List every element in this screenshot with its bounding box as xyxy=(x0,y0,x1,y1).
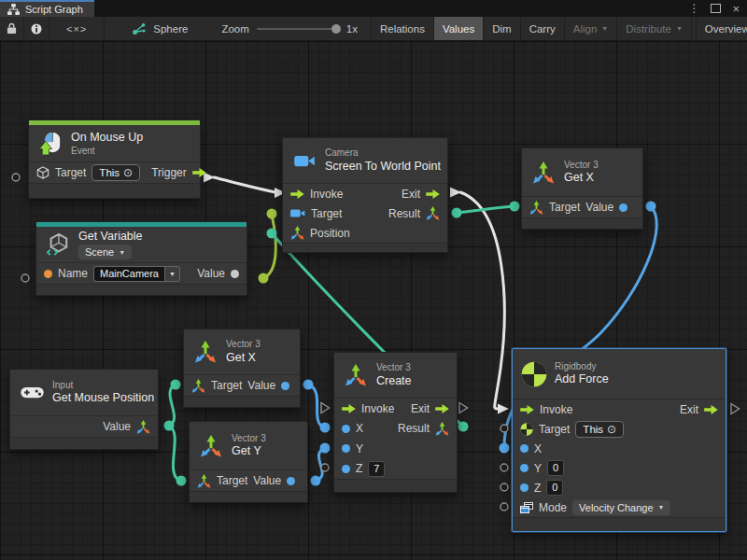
node-title: Screen To World Point xyxy=(325,160,439,174)
camera-icon xyxy=(291,154,317,168)
object-picker-icon: ⊙ xyxy=(123,167,133,178)
wire-mouse-to-getx-mid[interactable] xyxy=(169,385,175,426)
node-graph-icon xyxy=(133,23,146,35)
wire-trigger-to-invoke[interactable] xyxy=(214,177,275,192)
name-port[interactable] xyxy=(44,270,52,278)
z-port[interactable] xyxy=(520,483,529,492)
exit-flow-port[interactable] xyxy=(435,404,449,413)
carry-button[interactable]: Carry xyxy=(521,17,565,40)
graph-canvas[interactable]: On Mouse UpEvent Target This⊙ Trigger Ge… xyxy=(0,41,747,560)
invoke-flow-port[interactable] xyxy=(290,189,304,199)
vector3-icon xyxy=(192,341,218,363)
code-preview-button[interactable]: <×> xyxy=(49,17,105,40)
overview-button[interactable]: Overview xyxy=(696,17,747,40)
zoom-label: Zoom xyxy=(221,23,248,35)
value-port[interactable] xyxy=(287,477,295,485)
node-screen-to-world-point[interactable]: CameraScreen To World Point Invoke Exit … xyxy=(282,137,448,253)
menu-icon[interactable]: ⋮ xyxy=(688,3,699,14)
zoom-slider[interactable] xyxy=(257,28,339,30)
target-vector3-port[interactable] xyxy=(529,201,543,215)
value-vector3-port[interactable] xyxy=(136,420,150,434)
wire-getxmid-to-create-x[interactable] xyxy=(308,385,324,427)
wire-mouse-to-gety[interactable] xyxy=(169,426,180,481)
z-port[interactable] xyxy=(342,465,350,473)
window-controls: ⋮ × xyxy=(688,0,747,17)
target-this-field[interactable]: This⊙ xyxy=(575,421,624,438)
align-button[interactable]: Align▼ xyxy=(565,17,618,40)
x-port[interactable] xyxy=(342,425,350,433)
invoke-flow-port[interactable] xyxy=(342,404,356,413)
camera-target-port[interactable] xyxy=(290,208,305,218)
tab-script-graph[interactable]: Script Graph xyxy=(0,0,94,17)
result-vector3-port[interactable] xyxy=(426,206,440,220)
object-picker-icon: ⊙ xyxy=(607,424,616,435)
value-port[interactable] xyxy=(281,382,289,390)
node-footer xyxy=(36,284,247,295)
zoom-value: 1x xyxy=(346,23,358,35)
chevron-down-icon: ▼ xyxy=(164,266,180,282)
zoom-slider-handle[interactable] xyxy=(331,24,341,34)
node-add-force[interactable]: RigidbodyAdd Force Invoke Exit Target Th… xyxy=(512,348,726,532)
result-vector3-port[interactable] xyxy=(435,422,449,436)
node-get-x-top[interactable]: Vector 3Get X Target Value xyxy=(521,147,643,230)
target-vector3-port[interactable] xyxy=(197,474,211,488)
relations-button[interactable]: Relations xyxy=(372,17,434,40)
variable-scope-dropdown[interactable]: Scene▼ xyxy=(78,245,132,259)
x-port[interactable] xyxy=(520,444,529,453)
z-value-field[interactable]: 0 xyxy=(546,480,563,496)
z-value-field[interactable]: 7 xyxy=(368,461,385,477)
node-footer xyxy=(334,479,457,492)
node-footer xyxy=(513,517,726,531)
force-mode-icon xyxy=(520,502,533,513)
wire-camera-result-to-getx[interactable] xyxy=(457,206,514,213)
code-angle-icon: <×> xyxy=(66,23,87,35)
unity-variable-icon xyxy=(45,233,71,256)
value-port[interactable] xyxy=(619,203,627,212)
target-this-field[interactable]: This⊙ xyxy=(92,164,140,181)
values-button[interactable]: Values xyxy=(434,17,484,40)
node-footer xyxy=(522,217,642,229)
rigidbody-icon xyxy=(521,361,547,387)
distribute-button[interactable]: Distribute▼ xyxy=(617,17,692,40)
y-port[interactable] xyxy=(342,444,350,453)
node-footer xyxy=(29,183,200,198)
y-value-field[interactable]: 0 xyxy=(547,460,564,476)
dim-button[interactable]: Dim xyxy=(484,17,520,40)
variable-name-combo[interactable]: MainCamera ▼ xyxy=(93,266,180,282)
close-icon[interactable]: × xyxy=(732,3,740,15)
node-get-y[interactable]: Vector 3Get Y Target Value xyxy=(189,421,308,503)
position-vector3-port[interactable] xyxy=(290,226,304,240)
node-vector3-create[interactable]: Vector 3Create Invoke Exit X Result xyxy=(333,352,458,493)
value-port[interactable] xyxy=(231,270,239,278)
graph-object-label[interactable]: Sphere xyxy=(153,23,188,35)
rigidbody-target-port[interactable] xyxy=(520,423,533,436)
node-footer xyxy=(10,437,158,449)
node-get-mouse-position[interactable]: InputGet Mouse Position Value xyxy=(9,369,159,450)
node-on-mouse-up[interactable]: On Mouse UpEvent Target This⊙ Trigger xyxy=(28,119,201,199)
chevron-down-icon: ▼ xyxy=(601,25,608,32)
exit-flow-port[interactable] xyxy=(426,189,440,199)
node-get-x-mid[interactable]: Vector 3Get X Target Value xyxy=(183,329,301,408)
node-get-variable[interactable]: Get Variable Scene▼ Name MainCamera ▼ Va… xyxy=(35,221,247,296)
node-footer xyxy=(190,491,307,502)
wire-exit-to-addforce-invoke[interactable] xyxy=(460,192,504,409)
mouse-up-icon xyxy=(37,132,63,156)
info-button[interactable] xyxy=(24,17,49,40)
trigger-flow-port[interactable] xyxy=(192,168,206,177)
exit-flow-port[interactable] xyxy=(704,405,718,414)
chevron-down-icon: ▼ xyxy=(119,249,125,256)
lock-button[interactable] xyxy=(0,17,24,40)
target-vector3-port[interactable] xyxy=(191,379,205,393)
force-mode-dropdown[interactable]: Velocity Change▼ xyxy=(572,500,670,515)
script-graph-window: Script Graph ⋮ × <×> Sphere Zoom 1x Rela… xyxy=(0,0,747,560)
node-footer xyxy=(184,396,300,407)
graph-context: Sphere Zoom 1x xyxy=(105,17,371,40)
invoke-flow-port[interactable] xyxy=(520,405,534,414)
tab-title: Script Graph xyxy=(25,4,83,15)
y-port[interactable] xyxy=(520,464,529,472)
trigger-label: Trigger xyxy=(151,166,187,179)
wire-gety-to-create-y[interactable] xyxy=(316,448,325,481)
graph-hierarchy-icon xyxy=(7,4,20,15)
maximize-icon[interactable] xyxy=(711,4,721,13)
wire-variable-to-camera-target[interactable] xyxy=(263,215,275,278)
